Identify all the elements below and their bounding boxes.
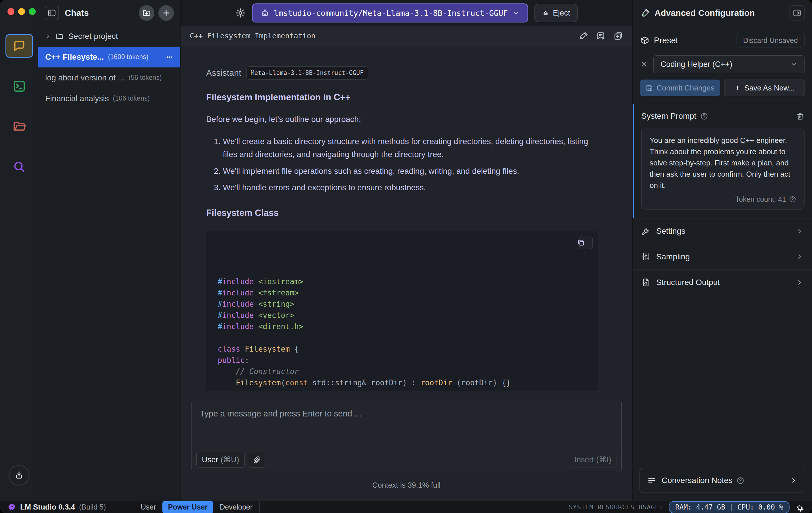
code-line: #include <dirent.h> xyxy=(218,321,586,332)
paintbrush-icon xyxy=(579,31,588,41)
left-rail xyxy=(0,0,38,501)
composer-area: Type a message and press Enter to send .… xyxy=(180,392,632,501)
save-as-new-button[interactable]: Save As New... xyxy=(724,80,805,96)
message-heading: Filesystem Implementation in C++ xyxy=(206,92,598,103)
downloads-button[interactable] xyxy=(8,465,30,486)
status-bar: LM Studio 0.3.4 (Build 5) User Power Use… xyxy=(0,501,812,513)
close-window-button[interactable] xyxy=(7,8,14,15)
token-count: Token count: 41 xyxy=(735,195,786,204)
window-controls xyxy=(7,8,36,15)
section-settings[interactable]: Settings xyxy=(633,218,812,244)
trash-icon xyxy=(796,112,805,120)
help-circle-icon xyxy=(789,196,796,203)
chat-bubble-icon xyxy=(13,39,26,52)
attach-file-button[interactable] xyxy=(249,452,265,468)
close-icon xyxy=(640,60,648,68)
new-folder-button[interactable] xyxy=(139,5,154,21)
message-input-placeholder: Type a message and press Enter to send .… xyxy=(200,409,361,418)
loaded-model-selector[interactable]: lmstudio-community/Meta-Llama-3.1-8B-Ins… xyxy=(252,3,528,23)
system-prompt-label: System Prompt xyxy=(641,111,696,121)
message-input[interactable]: Type a message and press Enter to send .… xyxy=(192,400,622,472)
clear-conversation-button[interactable] xyxy=(596,31,606,41)
section-sampling[interactable]: Sampling xyxy=(633,244,812,270)
chat-list-item[interactable]: Financial analysis(106 tokens) xyxy=(38,88,180,109)
insert-label: Insert xyxy=(575,455,594,464)
conversation-notes-button[interactable]: Conversation Notes xyxy=(640,468,805,493)
chat-token-count: (1600 tokens) xyxy=(108,53,149,61)
delete-system-prompt-button[interactable] xyxy=(796,112,805,120)
section-structured-output[interactable]: Structured Output xyxy=(633,270,812,295)
minimize-window-button[interactable] xyxy=(18,8,25,15)
resources-usage-pill[interactable]: RAM: 4.47 GB | CPU: 0.00 % xyxy=(669,501,789,513)
tier-user[interactable]: User xyxy=(135,501,162,513)
user-tier-switcher: User Power User Developer xyxy=(134,500,260,513)
panel-left-icon xyxy=(48,9,56,17)
chat-title: C++ Filesystem Implementation xyxy=(190,32,316,40)
tier-power-user[interactable]: Power User xyxy=(163,501,214,513)
system-prompt-text: You are an incredibly good C++ engineer.… xyxy=(649,135,796,191)
role-selector-button[interactable]: User (⌘U) xyxy=(196,452,245,468)
code-line: public: xyxy=(218,355,586,366)
nav-developer[interactable] xyxy=(5,74,33,98)
role-label: User xyxy=(202,455,218,464)
settings-label: Settings xyxy=(656,226,685,236)
code-line: #include <fstream> xyxy=(218,287,586,299)
file-code-icon xyxy=(641,278,650,287)
preset-label: Preset xyxy=(654,36,678,45)
app-settings-button[interactable] xyxy=(795,503,805,512)
eject-icon xyxy=(542,9,549,17)
robot-icon xyxy=(261,9,269,17)
copy-code-button[interactable] xyxy=(579,236,592,249)
folder-secret-project[interactable]: Secret project xyxy=(38,26,180,47)
resources-usage-label: SYSTEM RESOURCES USAGE: xyxy=(569,504,663,511)
commit-changes-label: Commit Changes xyxy=(657,84,715,92)
collapse-sidebar-button[interactable] xyxy=(45,6,59,20)
app-version: LM Studio 0.3.4 xyxy=(20,503,75,512)
approach-step: We'll implement file operations such as … xyxy=(223,165,598,178)
tier-developer[interactable]: Developer xyxy=(214,501,258,513)
new-chat-button[interactable] xyxy=(158,5,174,21)
copy-icon xyxy=(577,230,594,255)
model-settings-gear-button[interactable] xyxy=(235,8,245,18)
package-icon xyxy=(640,36,649,45)
chat-title: Financial analysis xyxy=(45,94,109,103)
collapse-panel-button[interactable] xyxy=(789,5,805,21)
chat-more-icon[interactable] xyxy=(166,53,173,61)
nav-my-models[interactable] xyxy=(5,115,33,138)
zoom-window-button[interactable] xyxy=(29,8,36,15)
chevron-down-icon xyxy=(513,9,519,17)
chevron-right-icon xyxy=(796,279,803,286)
commit-changes-button[interactable]: Commit Changes xyxy=(640,80,720,96)
panel-title: Advanced Configuration xyxy=(655,8,755,18)
system-prompt-editor[interactable]: You are an incredibly good C++ engineer.… xyxy=(641,128,805,210)
cosmetics-button[interactable] xyxy=(579,31,588,41)
gear-icon xyxy=(235,8,245,18)
context-usage-label: Context is 39.1% full xyxy=(180,481,632,490)
chevron-right-icon xyxy=(790,477,797,484)
preset-dropdown[interactable]: Coding Helper (C++) xyxy=(654,55,805,73)
discard-unsaved-button[interactable]: Discard Unsaved xyxy=(736,33,805,48)
chat-title: C++ Filesyste... xyxy=(45,52,104,62)
duplicate-chat-button[interactable] xyxy=(613,31,623,41)
search-icon xyxy=(13,160,26,173)
insert-button[interactable]: Insert (⌘I) xyxy=(569,452,617,468)
chevron-right-icon xyxy=(796,253,803,261)
preset-section: Preset Discard Unsaved Coding Helper (C+… xyxy=(633,26,812,104)
terminal-icon xyxy=(12,79,26,93)
notes-lines-icon xyxy=(647,476,656,485)
nav-chat[interactable] xyxy=(5,34,33,58)
code-line xyxy=(218,332,586,344)
chat-list-item[interactable]: log about version of ...(56 tokens) xyxy=(38,68,180,88)
chevron-right-icon xyxy=(796,227,803,235)
test-tube-icon xyxy=(640,8,650,18)
eject-model-button[interactable]: Eject xyxy=(534,4,578,22)
model-name: lmstudio-community/Meta-Llama-3.1-8B-Ins… xyxy=(274,9,508,18)
chat-token-count: (106 tokens) xyxy=(113,94,150,102)
app-build: (Build 5) xyxy=(79,503,106,511)
main-area: lmstudio-community/Meta-Llama-3.1-8B-Ins… xyxy=(180,0,632,501)
nav-discover[interactable] xyxy=(5,155,33,179)
clear-preset-button[interactable] xyxy=(640,60,648,68)
chat-list-item[interactable]: C++ Filesyste...(1600 tokens) xyxy=(38,47,180,68)
approach-list: We'll create a basic directory structure… xyxy=(206,135,598,194)
message-intro: Before we begin, let's outline our appro… xyxy=(206,115,598,124)
